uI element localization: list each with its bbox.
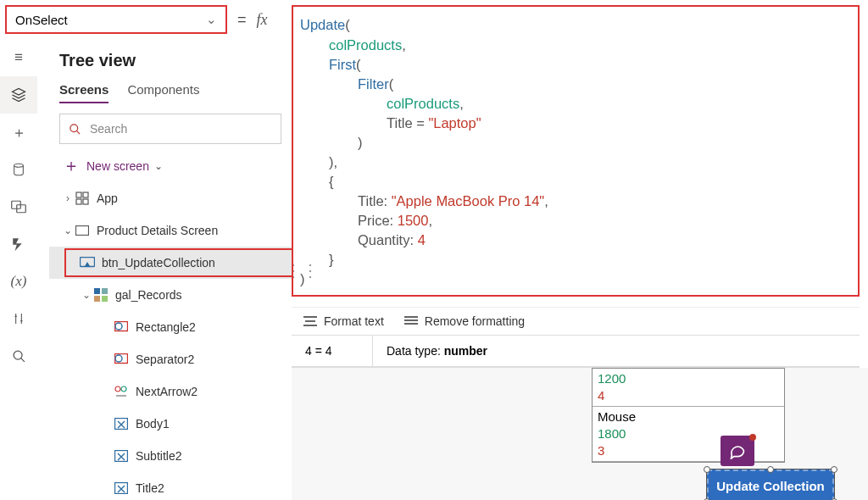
svg-point-18	[115, 355, 122, 362]
tree-panel: Tree view Screens Components Search ＋ Ne…	[37, 39, 292, 500]
power-automate-icon[interactable]	[0, 225, 37, 263]
tree-node-btn-update[interactable]: btn_UpdateCollection	[49, 247, 292, 279]
svg-point-3	[14, 351, 22, 359]
screen-icon	[75, 225, 90, 236]
new-screen-label: New screen	[86, 159, 149, 173]
svg-rect-8	[83, 199, 88, 204]
label-icon	[114, 418, 129, 430]
tree-tabs: Screens Components	[49, 82, 292, 103]
svg-rect-6	[83, 192, 88, 197]
tree-node-subtitle2[interactable]: Subtitle2	[49, 440, 292, 472]
datatype-value: number	[444, 344, 487, 358]
selection-handle[interactable]	[704, 466, 710, 473]
remove-formatting-label: Remove formatting	[425, 314, 525, 328]
chevron-down-icon: ⌄	[206, 12, 217, 27]
svg-rect-7	[76, 199, 81, 204]
tab-components[interactable]: Components	[127, 82, 199, 103]
formula-token: colProducts	[387, 96, 459, 111]
selection-handle[interactable]	[831, 466, 837, 473]
tree-node-label: gal_Records	[115, 288, 182, 302]
property-dropdown-value: OnSelect	[15, 13, 68, 27]
formula-token: colProducts	[329, 37, 402, 53]
plus-icon: ＋	[63, 154, 80, 177]
tree-node-screen[interactable]: ⌄ Product Details Screen	[49, 214, 292, 247]
tree-node-label: Product Details Screen	[97, 224, 218, 237]
tree-node-label: NextArrow2	[136, 385, 198, 398]
formula-token: Filter	[358, 76, 389, 92]
property-dropdown[interactable]: OnSelect ⌄	[5, 5, 227, 34]
tree-node-label: Title2	[136, 481, 164, 495]
hamburger-icon[interactable]: ≡	[0, 39, 37, 76]
tree-node-app[interactable]: › App	[49, 182, 292, 214]
svg-point-16	[115, 323, 122, 330]
formula-token: Title	[358, 193, 384, 208]
format-text-button[interactable]: Format text	[303, 314, 384, 328]
tree-node-label: Body1	[136, 417, 170, 431]
tree-node-gallery[interactable]: ⌄ gal_Records	[49, 279, 292, 311]
drag-handle-icon[interactable]: ⋮⋮	[292, 261, 319, 281]
tree-node-rectangle2[interactable]: Rectangle2	[49, 311, 292, 343]
left-rail: ≡ ＋ (x)	[0, 39, 37, 375]
tree-node-separator2[interactable]: Separator2	[49, 343, 292, 375]
result-datatype: Data type: number	[373, 344, 487, 358]
formula-token: Title	[387, 115, 413, 131]
update-collection-label: Update Collection	[716, 479, 825, 493]
formula-token: First	[329, 57, 356, 72]
new-screen-button[interactable]: ＋ New screen ⌄	[49, 149, 292, 182]
svg-rect-13	[94, 296, 100, 302]
formula-token: 4	[418, 232, 426, 247]
tab-screens[interactable]: Screens	[59, 82, 108, 103]
canvas[interactable]: 1200 4 Mouse 1800 3 Update Collection	[292, 368, 868, 500]
svg-rect-12	[102, 288, 108, 294]
equals-label: =	[237, 11, 247, 29]
gallery-control[interactable]: 1200 4 Mouse 1800 3	[592, 368, 785, 463]
gallery-icon	[93, 288, 108, 302]
chevron-down-icon: ⌄	[154, 160, 163, 172]
notification-dot-icon	[749, 434, 756, 441]
svg-point-20	[121, 386, 126, 392]
svg-rect-22	[115, 451, 128, 462]
formula-toolbar: Format text Remove formatting	[292, 307, 860, 336]
tree-node-label: Subtitle2	[136, 449, 181, 463]
tree-view-icon[interactable]	[0, 76, 37, 114]
label-icon	[114, 450, 129, 462]
gallery-qty: 4	[598, 387, 779, 404]
svg-point-0	[14, 164, 24, 167]
tree-node-nextarrow2[interactable]: NextArrow2	[49, 375, 292, 408]
chevron-right-icon: ›	[61, 192, 75, 204]
svg-point-4	[70, 124, 78, 131]
tree-node-title2[interactable]: Title2	[49, 472, 292, 500]
search-input[interactable]: Search	[59, 114, 281, 144]
formula-token: Price	[358, 213, 390, 228]
formula-token: Quantity	[358, 232, 409, 247]
media-icon[interactable]	[0, 188, 37, 225]
tree-title: Tree view	[49, 39, 292, 82]
formula-token: 1500	[398, 213, 429, 228]
insert-icon[interactable]: ＋	[0, 114, 37, 151]
formula-editor[interactable]: Update( colProducts, First( Filter( colP…	[292, 5, 860, 297]
tools-icon[interactable]	[0, 300, 37, 337]
formula-result: 4 = 4 Data type: number	[292, 336, 860, 368]
tree-node-body1[interactable]: Body1	[49, 408, 292, 440]
search-placeholder: Search	[90, 122, 127, 136]
shape-icon	[114, 321, 129, 333]
gallery-row[interactable]: 1200 4	[593, 369, 784, 407]
svg-rect-23	[115, 483, 128, 494]
update-collection-button[interactable]: Update Collection	[707, 469, 834, 500]
formula-token: Update	[300, 17, 345, 32]
selection-handle[interactable]	[767, 466, 774, 473]
format-text-label: Format text	[324, 314, 384, 328]
label-icon	[114, 482, 129, 494]
svg-rect-21	[115, 419, 128, 430]
remove-formatting-button[interactable]: Remove formatting	[404, 314, 525, 328]
tree-node-label: App	[97, 192, 118, 205]
search-icon	[69, 123, 81, 136]
datatype-label: Data type:	[387, 344, 441, 358]
data-icon[interactable]	[0, 151, 37, 188]
chat-icon[interactable]	[721, 436, 754, 466]
formula-token: "Apple MacBook Pro 14"	[392, 193, 544, 208]
search-icon[interactable]	[0, 337, 37, 375]
svg-rect-14	[102, 296, 108, 302]
tree-node-label: Separator2	[136, 353, 194, 366]
variables-icon[interactable]: (x)	[0, 263, 37, 300]
